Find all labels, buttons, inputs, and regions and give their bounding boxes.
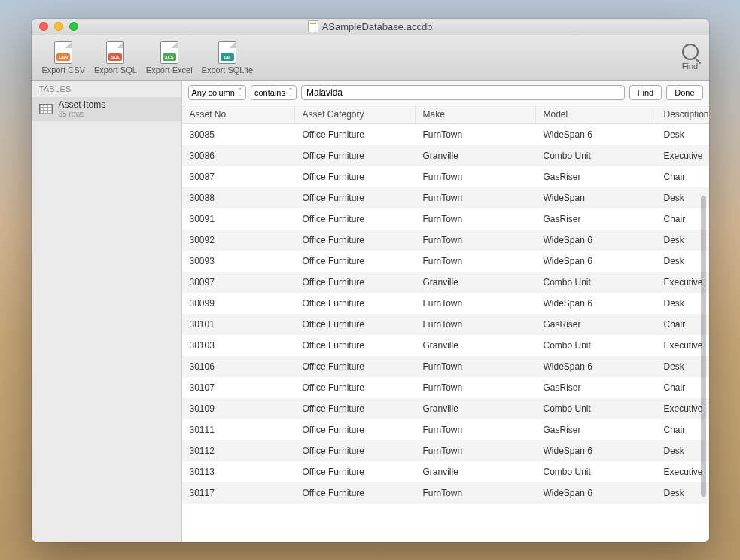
done-button[interactable]: Done bbox=[666, 85, 702, 100]
cell[interactable]: WideSpan 6 bbox=[536, 230, 656, 251]
cell[interactable]: 30112 bbox=[182, 440, 295, 461]
export-sql-button[interactable]: SQL Export SQL bbox=[90, 39, 142, 76]
table-row[interactable]: 30087Office FurnitureFurnTownGasRiserCha… bbox=[182, 166, 709, 187]
cell[interactable]: GasRiser bbox=[536, 166, 656, 187]
cell[interactable]: Combo Unit bbox=[536, 398, 656, 419]
cell[interactable]: FurnTown bbox=[416, 187, 536, 208]
cell[interactable]: FurnTown bbox=[416, 482, 536, 504]
cell[interactable]: FurnTown bbox=[416, 356, 536, 377]
cell[interactable]: Office Furniture bbox=[295, 440, 416, 461]
export-sqlite-button[interactable]: DB Export SQLite bbox=[197, 39, 257, 76]
cell[interactable]: 30113 bbox=[182, 461, 295, 482]
table-row[interactable]: 30109Office FurnitureGranvilleCombo Unit… bbox=[182, 398, 709, 419]
cell[interactable]: 30087 bbox=[182, 166, 295, 187]
cell[interactable]: Office Furniture bbox=[295, 230, 416, 251]
cell[interactable]: 30085 bbox=[182, 124, 295, 145]
table-row[interactable]: 30092Office FurnitureFurnTownWideSpan 6D… bbox=[182, 230, 709, 251]
cell[interactable]: FurnTown bbox=[416, 314, 536, 335]
table-row[interactable]: 30093Office FurnitureFurnTownWideSpan 6D… bbox=[182, 251, 709, 272]
col-asset-category[interactable]: Asset Category bbox=[295, 105, 416, 123]
cell[interactable]: FurnTown bbox=[416, 293, 536, 314]
cell[interactable]: 30101 bbox=[182, 314, 295, 335]
cell[interactable]: 30092 bbox=[182, 230, 295, 251]
cell[interactable]: Combo Unit bbox=[536, 335, 656, 356]
cell[interactable]: Office Furniture bbox=[295, 187, 416, 208]
export-csv-button[interactable]: CSV Export CSV bbox=[38, 39, 90, 76]
col-model[interactable]: Model bbox=[536, 105, 656, 123]
minimize-button[interactable] bbox=[54, 22, 63, 31]
cell[interactable]: Office Furniture bbox=[295, 356, 416, 377]
col-description[interactable]: Description bbox=[656, 105, 709, 123]
table-row[interactable]: 30101Office FurnitureFurnTownGasRiserCha… bbox=[182, 314, 709, 335]
cell[interactable]: 30117 bbox=[182, 482, 295, 504]
cell[interactable]: WideSpan bbox=[536, 187, 656, 208]
cell[interactable]: Office Furniture bbox=[295, 208, 416, 230]
cell[interactable]: Combo Unit bbox=[536, 145, 656, 166]
cell[interactable]: Office Furniture bbox=[295, 293, 416, 314]
cell[interactable]: FurnTown bbox=[416, 124, 536, 145]
cell[interactable]: 30099 bbox=[182, 293, 295, 314]
cell[interactable]: Office Furniture bbox=[295, 482, 416, 504]
cell[interactable]: Office Furniture bbox=[295, 272, 416, 293]
cell[interactable]: Combo Unit bbox=[536, 461, 656, 482]
cell[interactable]: GasRiser bbox=[536, 208, 656, 230]
table-row[interactable]: 30107Office FurnitureFurnTownGasRiserCha… bbox=[182, 377, 709, 398]
cell[interactable]: Granville bbox=[416, 335, 536, 356]
cell[interactable]: GasRiser bbox=[536, 314, 656, 335]
condition-select[interactable]: contains bbox=[251, 85, 297, 100]
cell[interactable]: FurnTown bbox=[416, 251, 536, 272]
cell[interactable]: Office Furniture bbox=[295, 398, 416, 419]
cell[interactable]: 30109 bbox=[182, 398, 295, 419]
cell[interactable]: FurnTown bbox=[416, 377, 536, 398]
find-button[interactable]: Find bbox=[678, 42, 703, 72]
table-row[interactable]: 30106Office FurnitureFurnTownWideSpan 6D… bbox=[182, 356, 709, 377]
cell[interactable]: FurnTown bbox=[416, 208, 536, 230]
cell[interactable]: 30088 bbox=[182, 187, 295, 208]
table-row[interactable]: 30097Office FurnitureGranvilleCombo Unit… bbox=[182, 272, 709, 293]
page-scrollbar[interactable] bbox=[700, 188, 707, 519]
cell[interactable]: 30103 bbox=[182, 335, 295, 356]
cell[interactable]: Office Furniture bbox=[295, 166, 416, 187]
cell[interactable]: Granville bbox=[416, 145, 536, 166]
table-row[interactable]: 30099Office FurnitureFurnTownWideSpan 6D… bbox=[182, 293, 709, 314]
cell[interactable]: Office Furniture bbox=[295, 314, 416, 335]
zoom-button[interactable] bbox=[69, 22, 78, 31]
cell[interactable]: FurnTown bbox=[416, 440, 536, 461]
table-row[interactable]: 30103Office FurnitureGranvilleCombo Unit… bbox=[182, 335, 709, 356]
cell[interactable]: WideSpan 6 bbox=[536, 440, 656, 461]
cell[interactable]: Combo Unit bbox=[536, 272, 656, 293]
table-row[interactable]: 30086Office FurnitureGranvilleCombo Unit… bbox=[182, 145, 709, 166]
data-grid[interactable]: Asset No Asset Category Make Model Descr… bbox=[182, 105, 709, 542]
cell[interactable]: GasRiser bbox=[536, 419, 656, 440]
table-row[interactable]: 30091Office FurnitureFurnTownGasRiserCha… bbox=[182, 208, 709, 230]
cell[interactable]: 30093 bbox=[182, 251, 295, 272]
cell[interactable]: WideSpan 6 bbox=[536, 124, 656, 145]
table-row[interactable]: 30112Office FurnitureFurnTownWideSpan 6D… bbox=[182, 440, 709, 461]
cell[interactable]: Office Furniture bbox=[295, 335, 416, 356]
cell[interactable]: Granville bbox=[416, 272, 536, 293]
cell[interactable]: Granville bbox=[416, 461, 536, 482]
cell[interactable]: WideSpan 6 bbox=[536, 482, 656, 504]
column-select[interactable]: Any column bbox=[188, 85, 246, 100]
cell[interactable]: WideSpan 6 bbox=[536, 356, 656, 377]
cell[interactable]: FurnTown bbox=[416, 419, 536, 440]
cell[interactable]: Office Furniture bbox=[295, 145, 416, 166]
cell[interactable]: Chair bbox=[656, 166, 709, 187]
search-input[interactable] bbox=[301, 85, 625, 100]
cell[interactable]: Office Furniture bbox=[295, 419, 416, 440]
col-asset-no[interactable]: Asset No bbox=[182, 105, 295, 123]
close-button[interactable] bbox=[39, 22, 48, 31]
cell[interactable]: Office Furniture bbox=[295, 251, 416, 272]
scrollbar-thumb[interactable] bbox=[701, 196, 706, 497]
cell[interactable]: Office Furniture bbox=[295, 124, 416, 145]
find-action-button[interactable]: Find bbox=[629, 85, 662, 100]
cell[interactable]: WideSpan 6 bbox=[536, 293, 656, 314]
cell[interactable]: WideSpan 6 bbox=[536, 251, 656, 272]
cell[interactable]: 30097 bbox=[182, 272, 295, 293]
cell[interactable]: Executive bbox=[656, 145, 709, 166]
cell[interactable]: 30106 bbox=[182, 356, 295, 377]
table-row[interactable]: 30113Office FurnitureGranvilleCombo Unit… bbox=[182, 461, 709, 482]
cell[interactable]: Desk bbox=[656, 124, 709, 145]
cell[interactable]: Office Furniture bbox=[295, 461, 416, 482]
sidebar-item-asset-items[interactable]: Asset Items 65 rows bbox=[32, 97, 181, 121]
